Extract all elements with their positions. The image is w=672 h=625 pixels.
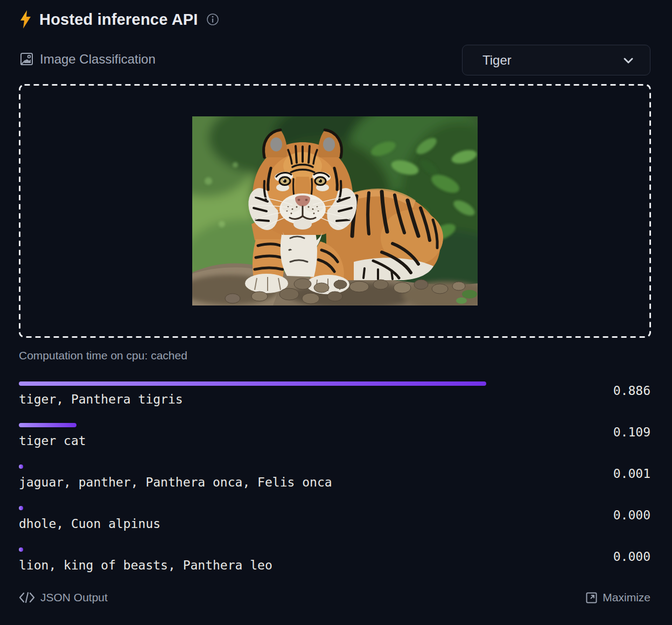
lightning-bolt-icon bbox=[19, 10, 32, 29]
input-image bbox=[192, 116, 478, 305]
result-row: jaguar, panther, Panthera onca, Felis on… bbox=[19, 464, 650, 495]
widget-footer: JSON Output Maximize bbox=[19, 591, 650, 604]
class-label: tiger, Panthera tigris bbox=[19, 392, 650, 406]
info-circle-icon[interactable] bbox=[206, 13, 219, 26]
result-row: lion, king of beasts, Panthera leo 0.000 bbox=[19, 547, 650, 578]
score-bar bbox=[19, 381, 486, 386]
example-select[interactable]: Tiger bbox=[462, 45, 650, 75]
class-score: 0.001 bbox=[613, 466, 650, 482]
image-classification-icon bbox=[19, 52, 34, 67]
score-bar bbox=[19, 423, 76, 427]
score-bar bbox=[19, 547, 23, 552]
class-score: 0.886 bbox=[613, 383, 650, 399]
result-row: dhole, Cuon alpinus 0.000 bbox=[19, 506, 650, 536]
result-row: tiger, Panthera tigris 0.886 bbox=[19, 381, 650, 412]
class-label: lion, king of beasts, Panthera leo bbox=[19, 558, 650, 572]
class-label: tiger cat bbox=[19, 434, 650, 448]
tiger-photo bbox=[192, 116, 478, 305]
image-dropzone[interactable] bbox=[19, 84, 651, 338]
class-score: 0.000 bbox=[613, 548, 650, 565]
task-row: Image Classification bbox=[19, 52, 156, 67]
classification-results: tiger, Panthera tigris 0.886 tiger cat 0… bbox=[19, 379, 650, 589]
class-label: jaguar, panther, Panthera onca, Felis on… bbox=[19, 475, 650, 489]
computation-time: Computation time on cpu: cached bbox=[19, 349, 187, 362]
class-score: 0.109 bbox=[613, 424, 650, 440]
maximize-label: Maximize bbox=[603, 591, 650, 604]
class-label: dhole, Cuon alpinus bbox=[19, 517, 650, 531]
json-output-button[interactable]: JSON Output bbox=[19, 591, 108, 604]
class-score: 0.000 bbox=[613, 507, 650, 523]
code-icon bbox=[19, 592, 35, 603]
chevron-down-icon bbox=[621, 53, 636, 68]
maximize-icon bbox=[586, 592, 597, 603]
task-label: Image Classification bbox=[40, 52, 156, 67]
json-output-label: JSON Output bbox=[40, 591, 108, 604]
widget-header: Hosted inference API bbox=[19, 10, 219, 29]
score-bar bbox=[19, 464, 23, 469]
result-row: tiger cat 0.109 bbox=[19, 423, 650, 453]
maximize-button[interactable]: Maximize bbox=[586, 591, 650, 604]
page-title: Hosted inference API bbox=[39, 11, 198, 29]
score-bar bbox=[19, 506, 23, 510]
example-select-value: Tiger bbox=[482, 53, 512, 68]
